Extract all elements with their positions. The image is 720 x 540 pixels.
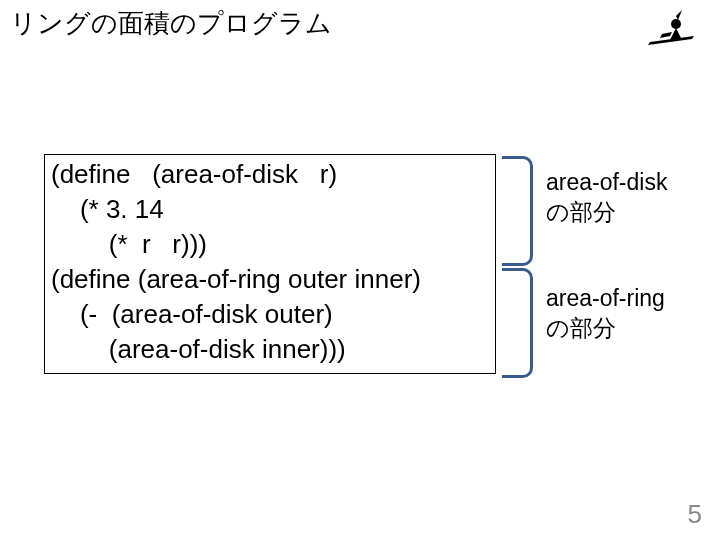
page-number: 5 xyxy=(688,499,702,530)
code-block: (define (area-of-disk r) (* 3. 14 (* r r… xyxy=(44,154,496,374)
annotation-ring: area-of-ring の部分 xyxy=(546,284,665,344)
witch-logo xyxy=(642,6,702,52)
slide-title: リングの面積のプログラム xyxy=(10,6,332,41)
svg-point-0 xyxy=(671,19,681,29)
annotation-ring-name: area-of-ring xyxy=(546,285,665,311)
brace-ring xyxy=(502,268,533,378)
annotation-disk-name: area-of-disk xyxy=(546,169,667,195)
annotation-disk: area-of-disk の部分 xyxy=(546,168,667,228)
annotation-disk-suffix: の部分 xyxy=(546,199,616,225)
brace-disk xyxy=(502,156,533,266)
annotation-ring-suffix: の部分 xyxy=(546,315,616,341)
